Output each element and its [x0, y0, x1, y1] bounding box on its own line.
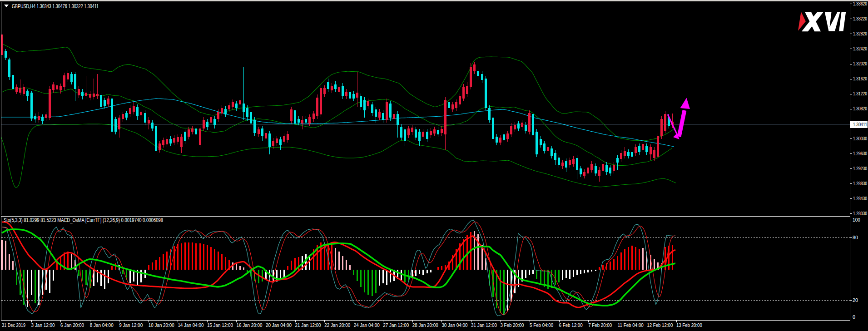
svg-text:1.30411: 1.30411 — [853, 122, 867, 127]
svg-text:12 Feb 12:00: 12 Feb 12:00 — [647, 322, 673, 328]
svg-text:1.28030: 1.28030 — [853, 211, 867, 216]
svg-text:1.31620: 1.31620 — [853, 76, 867, 81]
svg-text:1.30820: 1.30820 — [853, 106, 867, 111]
svg-text:20 Jan 04:00: 20 Jan 04:00 — [266, 322, 292, 328]
svg-text:1.32020: 1.32020 — [853, 61, 867, 66]
svg-text:1.32820: 1.32820 — [853, 31, 867, 36]
svg-text:28 Jan 20:00: 28 Jan 20:00 — [412, 322, 438, 328]
svg-text:9 Jan 12:00: 9 Jan 12:00 — [119, 322, 143, 328]
svg-text:1.33220: 1.33220 — [853, 16, 867, 21]
svg-text:Sto(5,3,3) 81.0299 81.5223 MA: Sto(5,3,3) 81.0299 81.5223 MACD_OsMA [Cu… — [4, 217, 163, 223]
svg-text:16 Jan 20:00: 16 Jan 20:00 — [237, 322, 263, 328]
svg-text:1.30030: 1.30030 — [853, 136, 867, 141]
svg-text:1.29630: 1.29630 — [853, 151, 867, 156]
svg-text:31 Jan 12:00: 31 Jan 12:00 — [471, 322, 497, 328]
svg-text:6 Feb 12:00: 6 Feb 12:00 — [559, 322, 583, 328]
svg-text:11 Feb 04:00: 11 Feb 04:00 — [618, 322, 644, 328]
svg-text:GBPUSD,H4 1.30343 1.30476 1.3: GBPUSD,H4 1.30343 1.30476 1.30322 1.3041… — [12, 3, 99, 10]
svg-text:3 Feb 20:00: 3 Feb 20:00 — [501, 322, 524, 328]
svg-text:100: 100 — [853, 217, 860, 222]
svg-text:0: 0 — [853, 314, 855, 320]
svg-text:6 Jan 20:00: 6 Jan 20:00 — [60, 322, 84, 328]
svg-text:22 Jan 20:00: 22 Jan 20:00 — [324, 322, 350, 328]
svg-text:31 Dec 2019: 31 Dec 2019 — [2, 322, 25, 328]
svg-text:13 Feb 20:00: 13 Feb 20:00 — [676, 322, 702, 328]
svg-text:1.32420: 1.32420 — [853, 46, 867, 51]
svg-text:20: 20 — [853, 297, 858, 303]
svg-text:7 Feb 20:00: 7 Feb 20:00 — [588, 322, 612, 328]
svg-text:5 Feb 04:00: 5 Feb 04:00 — [530, 322, 553, 328]
svg-text:1.31220: 1.31220 — [853, 91, 867, 96]
svg-text:1.33620: 1.33620 — [853, 1, 867, 6]
svg-text:15 Jan 12:00: 15 Jan 12:00 — [207, 322, 233, 328]
svg-text:24 Jan 04:00: 24 Jan 04:00 — [354, 322, 380, 328]
svg-text:21 Jan 12:00: 21 Jan 12:00 — [295, 322, 321, 328]
svg-text:1.29230: 1.29230 — [853, 166, 867, 171]
svg-text:14 Jan 04:00: 14 Jan 04:00 — [178, 322, 203, 328]
svg-text:80: 80 — [853, 235, 858, 240]
svg-text:10 Jan 20:00: 10 Jan 20:00 — [149, 322, 174, 328]
svg-text:27 Jan 12:00: 27 Jan 12:00 — [383, 322, 409, 328]
svg-text:1.28430: 1.28430 — [853, 196, 867, 201]
svg-text:30 Jan 04:00: 30 Jan 04:00 — [441, 322, 467, 328]
svg-text:8 Jan 04:00: 8 Jan 04:00 — [90, 322, 114, 328]
svg-text:1.28830: 1.28830 — [853, 181, 867, 186]
svg-text:3 Jan 12:00: 3 Jan 12:00 — [31, 322, 55, 328]
